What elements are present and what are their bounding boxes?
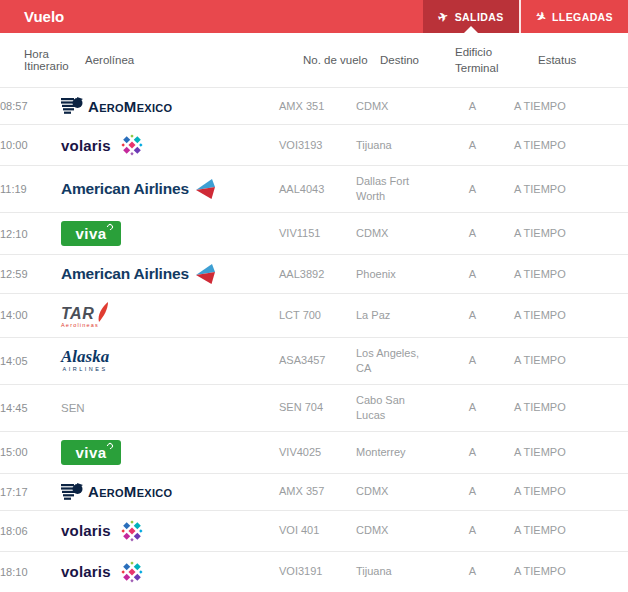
airline-logo-cell: volaris <box>61 519 279 543</box>
destination: CDMX <box>356 484 428 499</box>
tar-feather-icon <box>95 302 109 322</box>
volaris-star-icon <box>120 133 144 157</box>
flight-board: Vuelo ✈ SALIDAS ✈ LLEGADAS Hora Itinerar… <box>0 0 628 592</box>
status-badge: A TIEMPO <box>514 226 628 241</box>
destination: Monterrey <box>356 445 428 460</box>
status-badge: A TIEMPO <box>514 99 628 114</box>
flight-number: VIV4025 <box>279 445 356 460</box>
terminal: A <box>431 226 514 241</box>
scheduled-time: 08:57 <box>0 100 61 112</box>
airline-logo-cell: volaris <box>61 560 279 584</box>
status-badge: A TIEMPO <box>514 353 628 368</box>
table-row: 12:10 viva VIV1151 CDMX A A TIEMPO <box>0 213 628 255</box>
airline-logo-cell: AeroMexico <box>61 96 279 116</box>
status-badge: A TIEMPO <box>514 523 628 538</box>
table-row: 14:05 AlaskaAIRLINES ASA3457 Los Angeles… <box>0 338 628 385</box>
american-logo: American Airlines <box>61 263 217 285</box>
viva-swoosh-icon <box>106 223 114 231</box>
tar-sublabel: Aerolineas <box>61 323 109 329</box>
viva-wordmark: viva <box>75 445 106 460</box>
alaska-wordmark: Alaska <box>61 348 109 365</box>
page-title: Vuelo <box>0 8 64 25</box>
flight-number: AAL4043 <box>279 182 356 197</box>
viva-wordmark: viva <box>75 226 106 241</box>
aeromexico-wordmark: AeroMexico <box>88 98 172 115</box>
airline-logo-cell: AlaskaAIRLINES <box>61 348 279 373</box>
aeromexico-eagle-icon <box>61 96 83 116</box>
table-row: 08:57 AeroMexico AMX 351 CDMX A A TIEMPO <box>0 88 628 125</box>
header-bar: Vuelo ✈ SALIDAS ✈ LLEGADAS <box>0 0 628 33</box>
american-wordmark: American Airlines <box>61 180 189 198</box>
status-badge: A TIEMPO <box>514 400 628 415</box>
scheduled-time: 15:00 <box>0 446 61 458</box>
plane-landing-icon: ✈ <box>533 8 549 25</box>
volaris-star-icon <box>120 560 144 584</box>
status-badge: A TIEMPO <box>514 267 628 282</box>
column-header-terminal: Edificio Terminal <box>455 44 538 76</box>
scheduled-time: 14:45 <box>0 402 61 414</box>
airline-logo-cell: viva <box>61 440 279 465</box>
table-row: 18:10 volaris VOI3191 Tijuana A A TIEMPO <box>0 552 628 592</box>
flight-number: SEN 704 <box>279 400 356 415</box>
flight-number: VIV1151 <box>279 226 356 241</box>
american-flight-symbol-icon <box>193 263 217 285</box>
airline-logo-cell: AeroMexico <box>61 482 279 502</box>
status-badge: A TIEMPO <box>514 445 628 460</box>
flight-number: LCT 700 <box>279 308 356 323</box>
destination: Tijuana <box>356 138 428 153</box>
tar-wordmark: TAR <box>61 306 94 322</box>
viva-logo: viva <box>61 221 121 246</box>
scheduled-time: 18:10 <box>0 566 61 578</box>
american-flight-symbol-icon <box>193 178 217 200</box>
destination: CDMX <box>356 226 428 241</box>
table-row: 14:00 TARAerolineas LCT 700 La Paz A A T… <box>0 294 628 338</box>
volaris-wordmark: volaris <box>61 522 111 539</box>
scheduled-time: 17:17 <box>0 486 61 498</box>
scheduled-time: 12:10 <box>0 228 61 240</box>
flight-number: VOI 401 <box>279 523 356 538</box>
tab-group: ✈ SALIDAS ✈ LLEGADAS <box>423 0 628 33</box>
volaris-wordmark: volaris <box>61 137 111 154</box>
column-header-destination: Destino <box>380 54 455 66</box>
terminal: A <box>431 99 514 114</box>
terminal: A <box>431 523 514 538</box>
status-badge: A TIEMPO <box>514 484 628 499</box>
tab-llegadas-label: LLEGADAS <box>552 11 613 23</box>
scheduled-time: 18:06 <box>0 525 61 537</box>
flight-number: VOI3191 <box>279 564 356 579</box>
american-logo: American Airlines <box>61 178 217 200</box>
tab-llegadas[interactable]: ✈ LLEGADAS <box>519 0 628 33</box>
viva-swoosh-icon <box>106 441 114 449</box>
flight-number: VOI3193 <box>279 138 356 153</box>
status-badge: A TIEMPO <box>514 308 628 323</box>
terminal: A <box>431 400 514 415</box>
scheduled-time: 10:00 <box>0 139 61 151</box>
table-header: Hora Itinerario Aerolínea No. de vuelo D… <box>0 33 628 88</box>
plane-takeoff-icon: ✈ <box>436 8 450 25</box>
table-row: 15:00 viva VIV4025 Monterrey A A TIEMPO <box>0 432 628 474</box>
aeromexico-wordmark: AeroMexico <box>88 483 172 500</box>
volaris-wordmark: volaris <box>61 563 111 580</box>
terminal: A <box>431 564 514 579</box>
destination: CDMX <box>356 99 428 114</box>
terminal: A <box>431 445 514 460</box>
scheduled-time: 11:19 <box>0 183 61 195</box>
table-row: 17:17 AeroMexico AMX 357 CDMX A A TIEMPO <box>0 474 628 511</box>
airline-logo-cell: American Airlines <box>61 263 279 285</box>
column-header-flight: No. de vuelo <box>303 54 380 66</box>
destination: Phoenix <box>356 267 428 282</box>
destination: La Paz <box>356 308 428 323</box>
destination: Los Angeles, CA <box>356 346 428 376</box>
terminal: A <box>431 267 514 282</box>
table-row: 18:06 volaris VOI 401 CDMX A A TIEMPO <box>0 511 628 552</box>
tar-logo: TARAerolineas <box>61 302 109 329</box>
volaris-logo: volaris <box>61 560 144 584</box>
alaska-sublabel: AIRLINES <box>63 367 108 373</box>
destination: Dallas Fort Worth <box>356 174 428 204</box>
airline-logo-cell: volaris <box>61 133 279 157</box>
scheduled-time: 14:05 <box>0 355 61 367</box>
american-wordmark: American Airlines <box>61 265 189 283</box>
column-header-time: Hora Itinerario <box>24 48 85 72</box>
destination: Cabo San Lucas <box>356 393 428 423</box>
tab-salidas[interactable]: ✈ SALIDAS <box>423 0 518 33</box>
